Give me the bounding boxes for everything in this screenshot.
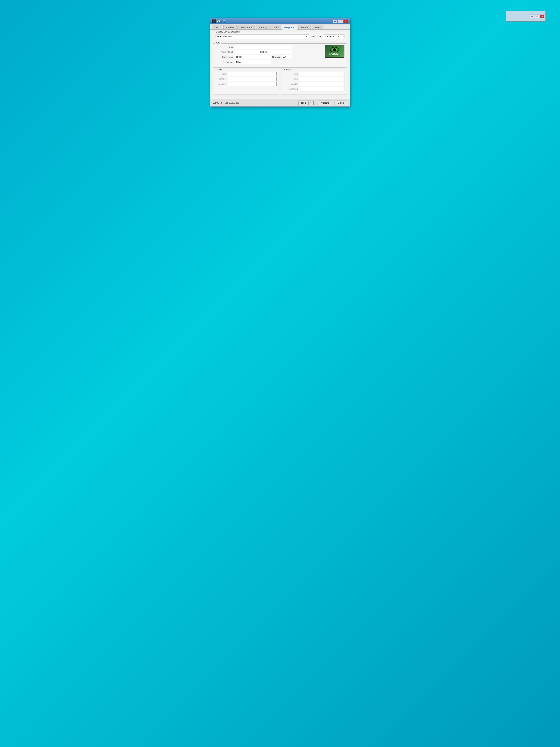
mem-size-value: [299, 72, 344, 76]
tab-sep-1: |: [222, 26, 223, 29]
memory-clock-value: [228, 82, 276, 86]
technology-label: Technology: [216, 61, 234, 63]
board-manuf-value: Toshiba: [235, 50, 292, 54]
shader-clock-label: Shader: [216, 78, 226, 80]
tab-caches[interactable]: Caches: [223, 25, 237, 29]
memory-group: Memory Size Type Vendor: [281, 70, 347, 95]
tab-sep-5: |: [298, 26, 298, 29]
revision-label: Revision: [272, 56, 281, 58]
name-row: Name: [216, 45, 323, 49]
title-bar: ⬛ CPU-Z — □ ✕: [210, 18, 350, 24]
gpu-group-label: GPU: [215, 42, 221, 45]
code-name-label: Code Name: [216, 56, 234, 58]
close-button[interactable]: Close: [335, 101, 347, 105]
memory-clock-label: Memory: [216, 83, 226, 85]
code-name-value: G86M: [235, 55, 271, 59]
name-value: [235, 45, 292, 49]
gpu-group: GPU Name Board Manuf. Toshiba: [213, 44, 347, 68]
perf-level-value: Perf Level 0: [324, 35, 336, 38]
window-title: CPU-Z: [217, 20, 331, 23]
display-device-group-label: Display Device Selection: [215, 30, 240, 33]
window-controls: — □ ✕: [333, 20, 348, 23]
perf-dropdown-arrow-icon: ▼: [338, 36, 339, 38]
bottom-divider: [316, 101, 316, 105]
tab-sep-4: |: [270, 26, 271, 29]
desktop: — □ ✕ ⬛ CPU-Z — □ ✕ CPU | Caches | Mainb…: [0, 0, 560, 747]
revision-value: A2: [282, 55, 293, 59]
mem-bus-width-label: Bus Width: [284, 88, 298, 90]
graphic-device-value: Graphic Device: [217, 35, 232, 38]
dropdown-arrow-icon: ▼: [305, 36, 307, 38]
version-text: Ver. 1.91.0.x32: [225, 102, 296, 104]
tab-mainboard[interactable]: Mainboard: [238, 25, 255, 29]
tab-graphics[interactable]: Graphics: [282, 25, 297, 30]
mem-vendor-label: Vendor: [284, 83, 298, 85]
tools-dropdown-arrow-icon[interactable]: ▼: [309, 101, 313, 105]
gpu-content: Name Board Manuf. Toshiba Code: [216, 45, 344, 65]
bottom-bar: CPU-Z Ver. 1.91.0.x32 Tools ▼ Validate C…: [210, 99, 350, 106]
shader-clock-row: Shader: [216, 77, 276, 81]
tab-sep-7: |: [324, 26, 324, 29]
bg-maximize-button[interactable]: □: [535, 15, 539, 18]
mem-vendor-row: Vendor: [284, 82, 344, 86]
nvidia-eye-icon: [330, 47, 339, 52]
perf-level-dropdown[interactable]: Perf Level 0 ▼: [323, 34, 344, 39]
tab-cpu[interactable]: CPU: [212, 25, 222, 29]
mem-bus-width-value: [299, 87, 344, 91]
minimize-button[interactable]: —: [333, 20, 338, 23]
board-manuf-label: Board Manuf.: [216, 51, 234, 53]
core-clock-row: Core: [216, 72, 276, 76]
core-clock-label: Core: [216, 73, 226, 75]
tab-about[interactable]: About: [312, 25, 323, 29]
clocks-group: Clocks Core Shader Memory: [213, 70, 279, 95]
memory-group-label: Memory: [283, 68, 292, 71]
tab-bench[interactable]: Bench: [298, 25, 311, 29]
clocks-memory-row: Clocks Core Shader Memory: [213, 70, 347, 97]
graphic-device-dropdown[interactable]: Graphic Device ▼: [216, 34, 309, 39]
bottom-app-name: CPU-Z: [213, 101, 222, 104]
technology-value: 80 nm: [235, 60, 271, 64]
memory-clock-row: Memory: [216, 82, 276, 86]
validate-button[interactable]: Validate: [318, 101, 332, 105]
technology-row: Technology 80 nm: [216, 60, 323, 64]
maximize-button[interactable]: □: [338, 20, 343, 23]
tab-bar: CPU | Caches | Mainboard | Memory | SPD …: [210, 24, 350, 30]
tab-sep-6: |: [311, 26, 312, 29]
mem-type-row: Type: [284, 77, 344, 81]
background-window: — □ ✕: [506, 11, 545, 22]
close-window-button[interactable]: ✕: [344, 20, 348, 23]
tools-group: Tools ▼: [298, 101, 314, 105]
tab-memory[interactable]: Memory: [256, 25, 270, 29]
app-icon: ⬛: [212, 19, 216, 23]
perf-level-label: Perf Level: [311, 35, 321, 38]
display-device-group: Display Device Selection Graphic Device …: [213, 32, 347, 41]
device-selection-row: Graphic Device ▼ Perf Level Perf Level 0…: [216, 34, 344, 39]
clocks-fields: Core Shader Memory: [216, 71, 276, 86]
code-name-row: Code Name G86M Revision A2: [216, 55, 323, 59]
content-area: Display Device Selection Graphic Device …: [210, 30, 350, 99]
nvidia-brand-text: NVIDIA.: [329, 53, 340, 56]
bg-minimize-button[interactable]: —: [530, 15, 534, 18]
cpuz-window: ⬛ CPU-Z — □ ✕ CPU | Caches | Mainboard |…: [210, 18, 350, 107]
tab-sep-3: |: [255, 26, 256, 29]
memory-fields: Size Type Vendor Bus Width: [284, 71, 344, 91]
name-label: Name: [216, 46, 234, 48]
tools-button[interactable]: Tools: [299, 101, 309, 105]
mem-size-row: Size: [284, 72, 344, 76]
core-clock-value: [228, 72, 276, 76]
clocks-group-label: Clocks: [215, 68, 223, 71]
tab-spd[interactable]: SPD: [271, 25, 281, 29]
gpu-fields: Name Board Manuf. Toshiba Code: [216, 45, 323, 65]
mem-vendor-value: [299, 82, 344, 86]
bg-close-button[interactable]: ✕: [540, 15, 544, 18]
mem-bus-width-row: Bus Width: [284, 87, 344, 91]
tab-sep-2: |: [237, 26, 238, 29]
shader-clock-value: [228, 77, 276, 81]
mem-type-value: [299, 77, 344, 81]
nvidia-logo: NVIDIA.: [325, 45, 344, 58]
mem-size-label: Size: [284, 73, 298, 75]
board-manuf-row: Board Manuf. Toshiba: [216, 50, 323, 54]
mem-type-label: Type: [284, 78, 298, 80]
